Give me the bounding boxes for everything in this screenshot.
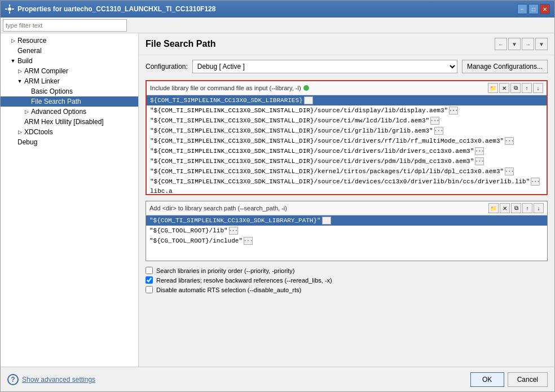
tree-label-arm-compiler: ARM Compiler <box>24 67 68 75</box>
tree-item-build[interactable]: ▼Build <box>1 56 138 66</box>
tree-item-general[interactable]: General <box>1 46 138 56</box>
filter-input[interactable] <box>3 19 127 32</box>
ellipsis-btn[interactable]: ··· <box>505 168 514 175</box>
title-bar: Properties for uartecho_CC1310_LAUNCHXL_… <box>1 1 554 17</box>
ellipsis-btn[interactable]: ··· <box>505 137 514 145</box>
close-button[interactable]: ✕ <box>540 4 550 14</box>
ellipsis-btn[interactable]: ··· <box>434 127 443 135</box>
ellipsis-btn[interactable]: ··· <box>449 107 458 114</box>
back-dropdown[interactable]: ▼ <box>508 38 521 50</box>
search-down-btn[interactable]: ↓ <box>534 203 544 213</box>
tree-label-resource: Resource <box>17 37 46 45</box>
include-list-item[interactable]: libc.a <box>147 187 547 194</box>
svg-point-0 <box>8 7 11 11</box>
include-delete-btn[interactable]: ✕ <box>499 83 509 93</box>
checkbox-label-disable-rts: Disable automatic RTS selection (--disab… <box>156 287 301 293</box>
ellipsis-btn[interactable]: ··· <box>475 157 484 165</box>
bottom-left: ? Show advanced settings <box>7 374 95 385</box>
tree-item-resource[interactable]: ▷Resource <box>1 36 138 46</box>
bottom-bar: ? Show advanced settings OK Cancel <box>1 367 554 391</box>
include-section-header: Include library file or command file as … <box>147 81 547 95</box>
search-list-item[interactable]: "${CG_TOOL_ROOT}/lib"··· <box>146 226 547 236</box>
tree-label-file-search-path: File Search Path <box>31 98 81 105</box>
forward-button[interactable]: → <box>522 38 534 50</box>
checkbox-row-priority: Search libraries in priority order (--pr… <box>146 267 548 274</box>
ellipsis-btn[interactable]: ··· <box>229 227 238 235</box>
include-list-item[interactable]: "${COM_TI_SIMPLELINK_CC13X0_SDK_INSTALL_… <box>147 146 547 156</box>
include-down-btn[interactable]: ↓ <box>533 83 543 93</box>
include-list-item[interactable]: "${COM_TI_SIMPLELINK_CC13X0_SDK_INSTALL_… <box>147 116 547 126</box>
dialog: Properties for uartecho_CC1310_LAUNCHXL_… <box>0 0 555 392</box>
tree-arrow-general <box>10 47 16 54</box>
tree-arrow-basic-options <box>23 88 30 95</box>
include-section-label: Include library file or command file as … <box>150 85 301 91</box>
tree-arrow-advanced-options: ▷ <box>23 108 30 115</box>
include-list-item[interactable]: "${COM_TI_SIMPLELINK_CC13X0_SDK_INSTALL_… <box>147 177 547 187</box>
dialog-title: Properties for uartecho_CC1310_LAUNCHXL_… <box>17 5 215 13</box>
cancel-button[interactable]: Cancel <box>508 372 548 387</box>
include-list-item[interactable]: ${COM_TI_SIMPLELINK_CC13X0_SDK_LIBRARIES… <box>147 95 547 105</box>
show-advanced-link[interactable]: Show advanced settings <box>22 376 95 384</box>
svg-rect-3 <box>5 8 7 10</box>
include-up-btn[interactable]: ↑ <box>522 83 532 93</box>
search-up-btn[interactable]: ↑ <box>522 203 532 213</box>
ellipsis-btn[interactable]: ··· <box>430 117 439 125</box>
include-section: Include library file or command file as … <box>146 80 548 195</box>
ellipsis-btn[interactable]: ··· <box>322 217 331 224</box>
include-copy-btn[interactable]: ⧉ <box>510 83 521 93</box>
search-delete-btn[interactable]: ✕ <box>500 203 510 213</box>
manage-configurations-button[interactable]: Manage Configurations... <box>462 60 548 73</box>
search-list-item[interactable]: "${COM_TI_SIMPLELINK_CC13X0_SDK_LIBRARY_… <box>146 215 547 226</box>
include-list-item[interactable]: "${COM_TI_SIMPLELINK_CC13X0_SDK_INSTALL_… <box>147 105 547 116</box>
tree-item-arm-linker[interactable]: ▼ARM Linker <box>1 76 138 86</box>
include-toolbar: 📁 ✕ ⧉ ↑ ↓ <box>488 83 543 93</box>
ellipsis-btn[interactable]: ··· <box>531 178 540 186</box>
back-button[interactable]: ← <box>495 38 507 50</box>
tree-item-debug[interactable]: Debug <box>1 137 138 147</box>
tree-item-file-search-path[interactable]: File Search Path <box>1 96 138 107</box>
svg-rect-2 <box>9 11 10 14</box>
search-copy-btn[interactable]: ⧉ <box>511 203 521 213</box>
green-dot <box>303 85 309 91</box>
ellipsis-btn[interactable]: ··· <box>244 237 253 245</box>
svg-rect-1 <box>9 5 10 7</box>
search-add-btn[interactable]: 📁 <box>488 203 499 213</box>
tree-item-arm-hex-utility[interactable]: ARM Hex Utility [Disabled] <box>1 117 138 127</box>
include-add-btn[interactable]: 📁 <box>488 83 498 93</box>
config-row: Configuration: Debug [ Active ] Manage C… <box>139 55 554 78</box>
checkbox-disable-rts[interactable] <box>146 286 153 293</box>
tree-label-build: Build <box>17 57 33 65</box>
tree-item-xdctools[interactable]: ▷XDCtools <box>1 127 138 137</box>
ok-button[interactable]: OK <box>470 372 504 387</box>
tree-item-basic-options[interactable]: Basic Options <box>1 86 138 96</box>
checkbox-reread[interactable] <box>146 276 153 284</box>
tree-item-advanced-options[interactable]: ▷Advanced Options <box>1 107 138 117</box>
search-list-area: "${COM_TI_SIMPLELINK_CC13X0_SDK_LIBRARY_… <box>146 215 547 261</box>
search-section-label: Add <dir> to library search path (--sear… <box>149 205 287 212</box>
panel-header: File Search Path ← ▼ → ▼ <box>139 33 554 55</box>
tree-arrow-arm-hex-utility <box>16 118 23 125</box>
maximize-button[interactable]: □ <box>528 4 539 14</box>
ellipsis-btn[interactable]: ··· <box>304 96 313 104</box>
tree-arrow-resource: ▷ <box>10 37 16 44</box>
tree-label-arm-linker: ARM Linker <box>24 77 60 85</box>
ellipsis-btn[interactable]: ··· <box>475 147 484 155</box>
bottom-right: OK Cancel <box>470 372 548 387</box>
help-icon[interactable]: ? <box>7 374 19 385</box>
include-list-item[interactable]: "${COM_TI_SIMPLELINK_CC13X0_SDK_INSTALL_… <box>147 126 547 136</box>
panel-title: File Search Path <box>146 39 216 49</box>
include-list-item[interactable]: "${COM_TI_SIMPLELINK_CC13X0_SDK_INSTALL_… <box>147 156 547 166</box>
include-list-item[interactable]: "${COM_TI_SIMPLELINK_CC13X0_SDK_INSTALL_… <box>147 166 547 177</box>
tree-label-arm-hex-utility: ARM Hex Utility [Disabled] <box>24 118 104 126</box>
include-list-item[interactable]: "${COM_TI_SIMPLELINK_CC13X0_SDK_INSTALL_… <box>147 136 547 146</box>
tree-label-xdctools: XDCtools <box>24 128 53 136</box>
search-section: Add <dir> to library search path (--sear… <box>146 201 548 261</box>
search-list-item[interactable]: "${CG_TOOL_ROOT}/include"··· <box>146 236 547 246</box>
checkbox-row-disable-rts: Disable automatic RTS selection (--disab… <box>146 286 548 293</box>
checkbox-label-priority: Search libraries in priority order (--pr… <box>156 267 295 274</box>
tree-item-arm-compiler[interactable]: ▷ARM Compiler <box>1 66 138 76</box>
checkbox-priority[interactable] <box>146 267 153 274</box>
config-select[interactable]: Debug [ Active ] <box>192 60 457 73</box>
minimize-button[interactable]: − <box>517 4 527 14</box>
forward-dropdown[interactable]: ▼ <box>535 38 548 50</box>
